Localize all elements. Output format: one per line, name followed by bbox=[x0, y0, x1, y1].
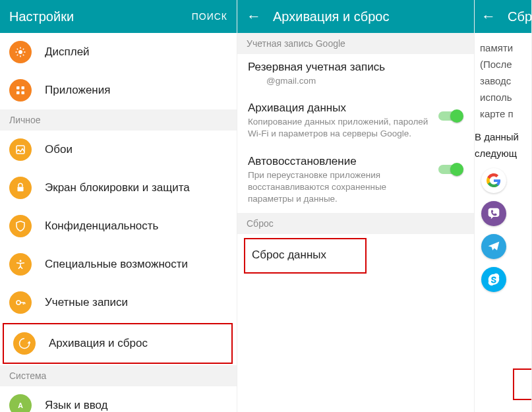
info-text: заводс bbox=[475, 73, 531, 89]
highlight-box bbox=[513, 368, 531, 400]
app-row-google bbox=[475, 164, 531, 197]
svg-rect-1 bbox=[16, 86, 20, 90]
setting-title: Автовосстановление bbox=[248, 155, 432, 168]
info-text: (После bbox=[475, 56, 531, 73]
setting-factory-reset[interactable]: Сброс данных bbox=[244, 238, 367, 274]
lock-icon bbox=[9, 177, 32, 199]
section-google-account: Учетная запись Google bbox=[237, 33, 474, 54]
settings-item-language[interactable]: A Язык и ввод bbox=[0, 386, 237, 412]
reset-appbar: ← Сбр bbox=[475, 0, 531, 33]
skype-icon bbox=[481, 267, 506, 292]
settings-item-label: Учетные записи bbox=[45, 296, 128, 309]
info-text: карте п bbox=[475, 105, 531, 122]
google-icon bbox=[481, 168, 506, 193]
info-text: исполь bbox=[475, 89, 531, 105]
setting-auto-restore[interactable]: Автовосстановление При переустановке при… bbox=[237, 148, 474, 214]
wallpaper-icon bbox=[9, 138, 32, 161]
section-reset: Сброс bbox=[237, 213, 474, 234]
settings-item-backup-reset[interactable]: Архивация и сброс bbox=[3, 323, 233, 364]
section-personal: Личное bbox=[0, 109, 237, 131]
settings-title: Настройки bbox=[9, 9, 192, 24]
settings-item-accounts[interactable]: Учетные записи bbox=[0, 283, 237, 322]
search-button[interactable]: ПОИСК bbox=[192, 11, 227, 22]
viber-icon bbox=[481, 201, 506, 226]
svg-rect-4 bbox=[22, 92, 25, 95]
setting-subtitle: При переустановке приложения восстанавли… bbox=[248, 169, 432, 206]
key-icon bbox=[9, 291, 32, 314]
back-arrow-icon[interactable]: ← bbox=[247, 9, 261, 24]
apps-icon bbox=[9, 79, 32, 102]
settings-item-label: Дисплей bbox=[45, 45, 90, 59]
svg-point-0 bbox=[18, 50, 22, 54]
back-arrow-icon[interactable]: ← bbox=[481, 9, 496, 24]
settings-item-wallpaper[interactable]: Обои bbox=[0, 131, 237, 169]
info-text: следующ bbox=[475, 145, 531, 162]
reset-title: Сбр bbox=[508, 9, 532, 24]
backup-title: Архивация и сброс bbox=[273, 9, 465, 24]
setting-backup-account[interactable]: Резервная учетная запись @gmail.com bbox=[237, 54, 474, 95]
setting-title: Резервная учетная запись bbox=[248, 61, 463, 74]
svg-point-7 bbox=[20, 260, 22, 262]
settings-appbar: Настройки ПОИСК bbox=[0, 0, 237, 33]
settings-item-privacy[interactable]: Конфиденциальность bbox=[0, 207, 237, 245]
svg-point-8 bbox=[16, 301, 20, 305]
settings-item-accessibility[interactable]: Специальные возможности bbox=[0, 245, 237, 283]
privacy-icon bbox=[9, 215, 32, 237]
setting-title: Сброс данных bbox=[252, 249, 326, 262]
svg-rect-3 bbox=[16, 92, 20, 95]
setting-subtitle: Копирование данных приложений, паролей W… bbox=[248, 116, 432, 140]
settings-item-display[interactable]: Дисплей bbox=[0, 33, 237, 71]
settings-item-lockscreen[interactable]: Экран блокировки и защита bbox=[0, 169, 237, 207]
settings-item-label: Обои bbox=[45, 143, 73, 156]
info-text: В данный bbox=[475, 129, 531, 145]
svg-rect-6 bbox=[18, 187, 24, 192]
language-icon: A bbox=[9, 394, 32, 412]
settings-item-label: Экран блокировки и защита bbox=[45, 181, 190, 194]
settings-item-label: Конфиденциальность bbox=[45, 220, 158, 233]
auto-restore-toggle[interactable] bbox=[438, 163, 463, 176]
setting-backup-data[interactable]: Архивация данных Копирование данных прил… bbox=[237, 95, 474, 148]
setting-title: Архивация данных bbox=[248, 102, 432, 115]
settings-item-label: Язык и ввод bbox=[45, 399, 108, 412]
app-row-telegram bbox=[475, 230, 531, 263]
section-system: Система bbox=[0, 365, 237, 386]
display-icon bbox=[9, 41, 32, 63]
telegram-icon bbox=[481, 234, 506, 259]
settings-item-label: Архивация и сброс bbox=[49, 337, 148, 350]
accessibility-icon bbox=[9, 253, 32, 276]
settings-item-label: Приложения bbox=[45, 84, 110, 97]
svg-text:A: A bbox=[18, 401, 23, 409]
settings-item-apps[interactable]: Приложения bbox=[0, 71, 237, 109]
setting-subtitle: @gmail.com bbox=[248, 75, 463, 87]
backup-reset-icon bbox=[13, 332, 36, 355]
backup-data-toggle[interactable] bbox=[438, 109, 463, 123]
info-text: памяти bbox=[475, 40, 531, 56]
svg-rect-2 bbox=[22, 86, 25, 90]
app-row-skype bbox=[475, 263, 531, 296]
backup-appbar: ← Архивация и сброс bbox=[237, 0, 474, 33]
settings-item-label: Специальные возможности bbox=[45, 258, 188, 271]
app-row-viber bbox=[475, 197, 531, 230]
